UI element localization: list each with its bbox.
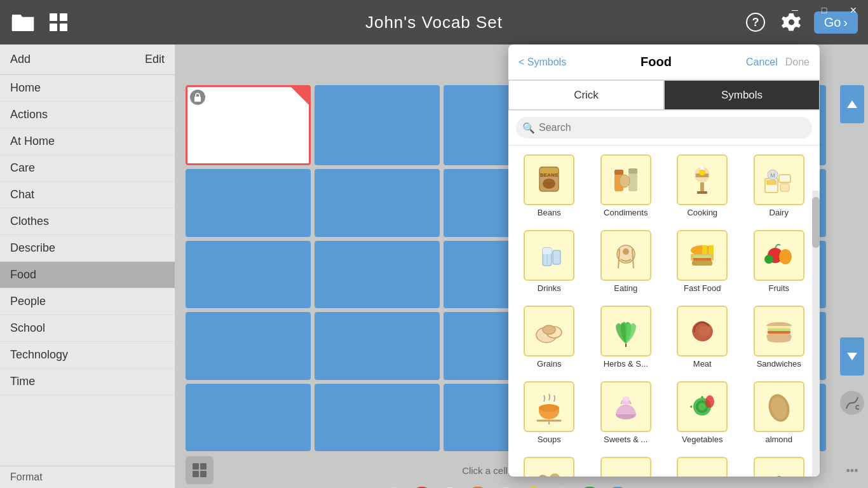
picker-scrollbar-track[interactable] [812,191,820,477]
picker-item-anchovies[interactable]: anchovies [590,453,662,477]
svg-point-49 [779,249,792,264]
close-button[interactable]: ✕ [839,0,868,20]
folder-icon[interactable] [10,10,36,35]
picker-item-grains[interactable]: Grains [513,302,585,372]
picker-item-sweets[interactable]: Sweets & ... [590,377,662,448]
almond-icon [754,381,804,432]
picker-item-eating[interactable]: Eating [590,226,662,297]
svg-rect-35 [553,250,560,264]
svg-rect-58 [768,326,790,329]
vegetables-icon [677,381,728,432]
almonds-icon [524,457,574,477]
svg-rect-47 [709,245,714,254]
right-scroll-up[interactable] [840,85,864,123]
picker-item-almond[interactable]: almond [743,377,815,448]
picker-item-beans[interactable]: BEANS Beans [513,151,585,221]
tab-symbols[interactable]: Symbols [664,80,820,110]
grid-cell[interactable] [186,312,311,379]
home-cell[interactable] [186,85,311,165]
sidebar-item-home[interactable]: Home [0,75,175,102]
right-scroll-down[interactable] [840,337,864,376]
maximize-button[interactable]: □ [810,0,839,20]
minimize-button[interactable]: ─ [780,0,810,20]
picker-item-soups[interactable]: Soups [513,377,585,448]
tab-crick[interactable]: Crick [508,80,664,110]
herbs-label: Herbs & S... [604,359,648,369]
grains-label: Grains [537,359,561,369]
svg-rect-46 [702,245,707,254]
search-input[interactable] [516,117,812,139]
picker-item-herbs[interactable]: Herbs & S... [590,302,662,372]
appetisers-icon [754,457,804,477]
add-label[interactable]: Add [10,53,31,66]
picker-done-button[interactable]: Done [785,57,810,68]
sidebar-item-people[interactable]: People [0,288,175,315]
sidebar-item-describe[interactable]: Describe [0,235,175,262]
picker-grid: BEANS Beans Condiments [513,151,815,448]
svg-rect-43 [692,261,712,266]
grid-cell[interactable] [315,384,440,451]
grid-cell[interactable] [315,85,440,165]
picker-title: Food [566,55,746,69]
sidebar-item-school[interactable]: School [0,315,175,342]
fruits-label: Fruits [769,283,790,293]
picker-item-almonds[interactable]: almonds [513,453,585,477]
edit-label[interactable]: Edit [145,53,165,66]
sidebar-item-chat[interactable]: Chat [0,182,175,208]
svg-point-75 [775,476,783,477]
soups-icon [524,381,574,432]
grid-cell[interactable] [186,241,311,308]
sidebar-item-time[interactable]: Time [0,369,175,395]
grid-view-button[interactable] [186,456,214,484]
picker-back-button[interactable]: < Symbols [519,57,566,68]
svg-point-16 [543,179,555,189]
sidebar-item-athome[interactable]: At Home [0,128,175,155]
sidebar-item-technology[interactable]: Technology [0,342,175,369]
soups-label: Soups [538,435,561,444]
sandwiches-label: Sandwiches [757,359,801,369]
grid-cell[interactable] [315,169,440,236]
corner-badge [291,87,309,105]
sidebar-header: Add Edit [0,44,175,75]
search-icon: 🔍 [522,122,535,134]
svg-rect-9 [193,471,199,477]
svg-point-26 [699,169,705,175]
svg-rect-2 [50,24,57,31]
svg-rect-0 [50,13,57,21]
more-options-button[interactable]: ••• [846,464,858,478]
condiments-icon [600,154,651,205]
svg-point-62 [622,396,630,402]
svg-rect-8 [200,463,207,470]
picker-item-cooking[interactable]: Cooking [667,151,738,221]
sidebar-item-food[interactable]: Food [0,262,175,288]
picker-scrollbar-thumb[interactable] [812,197,820,248]
picker-grid-scroll[interactable]: BEANS Beans Condiments [508,146,820,477]
right-controls: ••• [836,44,868,488]
picker-item-condiments[interactable]: Condiments [590,151,662,221]
grid-cell[interactable] [315,312,440,379]
picker-item-fastfood[interactable]: Fast Food [667,226,738,297]
picker-item-meat[interactable]: Meat [667,302,738,372]
grid-cell[interactable] [186,384,311,451]
picker-item-fruits[interactable]: Fruits [743,226,815,297]
picker-item-drinks[interactable]: Drinks [513,226,585,297]
grid-icon[interactable] [46,10,71,35]
chart-zoom-button[interactable] [840,391,864,415]
grains-icon [524,306,574,356]
help-button[interactable]: ? [743,10,768,35]
svg-rect-3 [60,24,67,31]
picker-item-sandwiches[interactable]: Sandwiches [743,302,815,372]
picker-cancel-button[interactable]: Cancel [746,57,778,68]
svg-rect-25 [697,191,707,194]
picker-item-dairy[interactable]: M Dairy [743,151,815,221]
sidebar-item-care[interactable]: Care [0,155,175,182]
sidebar-item-clothes[interactable]: Clothes [0,208,175,235]
picker-item-appetisers[interactable]: appetisers [743,453,815,477]
drinks-icon [524,230,574,281]
picker-item-anchovy[interactable]: anchovy [667,453,738,477]
sidebar-item-actions[interactable]: Actions [0,102,175,128]
grid-cell[interactable] [186,169,311,236]
picker-item-vegetables[interactable]: Vegetables [667,377,738,448]
titlebar: ─ □ ✕ John's Vocab Set ? Go › [0,0,868,44]
grid-cell[interactable] [315,241,440,308]
